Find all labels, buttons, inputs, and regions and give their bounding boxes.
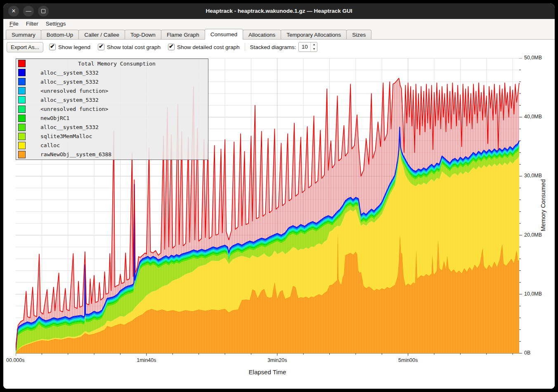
legend-item: alloc__system_5332 (16, 68, 208, 77)
tab-flame-graph[interactable]: Flame Graph (161, 30, 205, 40)
spinbox-arrows: ▲ ▼ (310, 42, 317, 52)
legend-swatch (18, 142, 26, 149)
legend-item: alloc__system_5332 (16, 95, 208, 104)
y-tick-label: 50,0MB (524, 55, 542, 61)
stacked-diagrams-value: 10 (299, 42, 310, 52)
legend-swatch (18, 115, 26, 122)
spin-up-arrow[interactable]: ▲ (311, 42, 317, 47)
tab-bar: SummaryBottom-UpCaller / CalleeTop-DownF… (3, 28, 555, 40)
y-tick-label: 30,0MB (524, 173, 542, 178)
check-mark-icon: ✔ (99, 43, 104, 49)
checkbox-label: Show detailed cost graph (177, 44, 240, 50)
legend-item: <unresolved function> (16, 86, 208, 95)
x-tick-label: 1min40s (122, 357, 171, 363)
legend-item: newObjRC1 (16, 114, 208, 123)
menu-settings[interactable]: Settings (42, 20, 70, 28)
app-window: ✕ — Heaptrack - heaptrack.wakunode.1.gz … (3, 3, 555, 389)
legend-label: <unresolved function> (26, 88, 108, 94)
x-tick-label: 5min00s (383, 357, 433, 363)
spin-down-arrow[interactable]: ▼ (311, 47, 317, 52)
y-tick-label: 10,0MB (524, 291, 542, 297)
legend-swatch (18, 96, 26, 103)
legend-item: sqlite3MemMalloc (16, 132, 208, 141)
legend-label: alloc__system_5332 (26, 79, 99, 85)
legend-label: alloc__system_5332 (26, 124, 99, 130)
legend-label: newObjRC1 (26, 115, 69, 121)
tab-allocations[interactable]: Allocations (243, 30, 281, 40)
tab-top-down[interactable]: Top-Down (125, 30, 161, 40)
legend-item: Total Memory Consumption (16, 59, 208, 68)
legend-label: sqlite3MemMalloc (26, 133, 92, 139)
stacked-diagrams-label: Stacked diagrams: (250, 44, 296, 50)
export-as-button[interactable]: Export As... (7, 42, 43, 52)
y-tick-label: 0B (524, 350, 530, 356)
x-axis-title: Elapsed Time (3, 369, 532, 376)
legend-item: calloc (16, 141, 208, 150)
x-tick-label: 3min20s (253, 357, 302, 363)
legend-label: alloc__system_5332 (26, 70, 99, 76)
check-mark-icon: ✔ (169, 43, 174, 49)
checkbox-show-legend[interactable]: ✔Show legend (49, 44, 90, 50)
legend-swatch (18, 124, 26, 131)
legend-label: <unresolved function> (26, 106, 108, 112)
stacked-diagrams-spinbox[interactable]: 10 ▲ ▼ (298, 42, 317, 52)
legend-item: rawNewObj__system_6388 (16, 150, 208, 159)
checkbox-show-total-cost-graph[interactable]: ✔Show total cost graph (98, 44, 161, 50)
legend-label: alloc__system_5332 (26, 97, 99, 103)
tab-temporary-allocations[interactable]: Temporary Allocations (281, 30, 347, 40)
checkbox-box[interactable]: ✔ (49, 44, 56, 50)
checkbox-box[interactable]: ✔ (98, 44, 104, 50)
legend-label: rawNewObj__system_6388 (26, 151, 111, 157)
legend-swatch (18, 87, 26, 94)
legend-item: alloc__system_5332 (16, 123, 208, 132)
legend-swatch (18, 78, 26, 85)
legend-item: alloc__system_5332 (16, 77, 208, 86)
y-tick-label: 40,0MB (524, 114, 542, 120)
tab-caller-callee[interactable]: Caller / Callee (78, 30, 125, 40)
chart-toolbar: Export As... ✔Show legend✔Show total cos… (7, 41, 317, 53)
memory-consumption-chart: Total Memory Consumptionalloc__system_53… (3, 53, 555, 389)
menu-bar: FileFilterSettings (3, 19, 555, 28)
legend-swatch (18, 151, 26, 158)
check-mark-icon: ✔ (50, 43, 55, 49)
chart-legend: Total Memory Consumptionalloc__system_53… (16, 59, 208, 160)
menu-filter[interactable]: Filter (22, 20, 42, 28)
tab-bar-baseline (3, 39, 555, 40)
checkbox-label: Show legend (58, 44, 90, 50)
legend-swatch (18, 69, 26, 76)
x-tick-label: 00.000s (6, 357, 24, 363)
legend-swatch (18, 106, 26, 113)
tab-consumed[interactable]: Consumed (205, 29, 243, 40)
tab-sizes[interactable]: Sizes (346, 30, 371, 40)
legend-item: <unresolved function> (16, 104, 208, 113)
y-tick-label: 20,0MB (524, 232, 542, 238)
menu-file[interactable]: File (6, 20, 22, 28)
y-axis-title: Memory Consumed (540, 156, 548, 255)
toolbar-separator (245, 43, 245, 51)
legend-label: Total Memory Consumption (26, 61, 208, 67)
legend-swatch (18, 60, 26, 67)
window-title: Heaptrack - heaptrack.wakunode.1.gz — He… (3, 3, 555, 19)
legend-label: calloc (26, 142, 60, 148)
title-bar: ✕ — Heaptrack - heaptrack.wakunode.1.gz … (3, 3, 555, 19)
tab-summary[interactable]: Summary (6, 30, 41, 40)
checkbox-box[interactable]: ✔ (168, 44, 175, 50)
checkbox-label: Show total cost graph (107, 44, 161, 50)
tab-bottom-up[interactable]: Bottom-Up (41, 30, 79, 40)
legend-swatch (18, 133, 26, 140)
checkbox-show-detailed-cost-graph[interactable]: ✔Show detailed cost graph (168, 44, 240, 50)
